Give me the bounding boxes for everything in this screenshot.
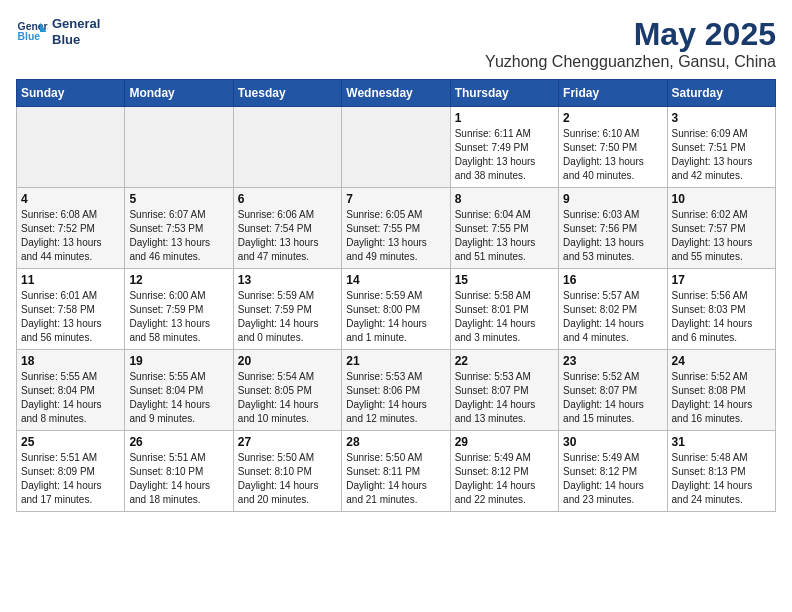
day-number: 12 xyxy=(129,273,228,287)
day-number: 13 xyxy=(238,273,337,287)
weekday-header-friday: Friday xyxy=(559,80,667,107)
logo-text-line2: Blue xyxy=(52,32,100,48)
calendar-cell xyxy=(342,107,450,188)
calendar-cell: 14Sunrise: 5:59 AM Sunset: 8:00 PM Dayli… xyxy=(342,269,450,350)
day-info: Sunrise: 6:08 AM Sunset: 7:52 PM Dayligh… xyxy=(21,208,120,264)
day-info: Sunrise: 6:05 AM Sunset: 7:55 PM Dayligh… xyxy=(346,208,445,264)
calendar-cell: 13Sunrise: 5:59 AM Sunset: 7:59 PM Dayli… xyxy=(233,269,341,350)
day-info: Sunrise: 6:01 AM Sunset: 7:58 PM Dayligh… xyxy=(21,289,120,345)
day-number: 26 xyxy=(129,435,228,449)
calendar-cell: 31Sunrise: 5:48 AM Sunset: 8:13 PM Dayli… xyxy=(667,431,775,512)
calendar-cell: 30Sunrise: 5:49 AM Sunset: 8:12 PM Dayli… xyxy=(559,431,667,512)
calendar-body: 1Sunrise: 6:11 AM Sunset: 7:49 PM Daylig… xyxy=(17,107,776,512)
day-number: 31 xyxy=(672,435,771,449)
calendar-cell: 27Sunrise: 5:50 AM Sunset: 8:10 PM Dayli… xyxy=(233,431,341,512)
day-info: Sunrise: 6:07 AM Sunset: 7:53 PM Dayligh… xyxy=(129,208,228,264)
day-info: Sunrise: 5:53 AM Sunset: 8:07 PM Dayligh… xyxy=(455,370,554,426)
main-title: May 2025 xyxy=(485,16,776,53)
calendar-cell xyxy=(125,107,233,188)
day-info: Sunrise: 5:52 AM Sunset: 8:08 PM Dayligh… xyxy=(672,370,771,426)
day-info: Sunrise: 5:53 AM Sunset: 8:06 PM Dayligh… xyxy=(346,370,445,426)
calendar-cell xyxy=(17,107,125,188)
calendar-cell: 21Sunrise: 5:53 AM Sunset: 8:06 PM Dayli… xyxy=(342,350,450,431)
svg-text:Blue: Blue xyxy=(18,31,41,42)
calendar-cell: 15Sunrise: 5:58 AM Sunset: 8:01 PM Dayli… xyxy=(450,269,558,350)
day-info: Sunrise: 5:48 AM Sunset: 8:13 PM Dayligh… xyxy=(672,451,771,507)
calendar-cell: 6Sunrise: 6:06 AM Sunset: 7:54 PM Daylig… xyxy=(233,188,341,269)
day-number: 5 xyxy=(129,192,228,206)
day-number: 11 xyxy=(21,273,120,287)
calendar-cell: 12Sunrise: 6:00 AM Sunset: 7:59 PM Dayli… xyxy=(125,269,233,350)
logo-text-line1: General xyxy=(52,16,100,32)
weekday-header-sunday: Sunday xyxy=(17,80,125,107)
calendar-cell xyxy=(233,107,341,188)
calendar-cell: 26Sunrise: 5:51 AM Sunset: 8:10 PM Dayli… xyxy=(125,431,233,512)
calendar-cell: 24Sunrise: 5:52 AM Sunset: 8:08 PM Dayli… xyxy=(667,350,775,431)
day-info: Sunrise: 6:09 AM Sunset: 7:51 PM Dayligh… xyxy=(672,127,771,183)
day-number: 23 xyxy=(563,354,662,368)
calendar-week-5: 25Sunrise: 5:51 AM Sunset: 8:09 PM Dayli… xyxy=(17,431,776,512)
calendar-cell: 18Sunrise: 5:55 AM Sunset: 8:04 PM Dayli… xyxy=(17,350,125,431)
day-number: 27 xyxy=(238,435,337,449)
weekday-header-row: SundayMondayTuesdayWednesdayThursdayFrid… xyxy=(17,80,776,107)
calendar-cell: 20Sunrise: 5:54 AM Sunset: 8:05 PM Dayli… xyxy=(233,350,341,431)
calendar-cell: 28Sunrise: 5:50 AM Sunset: 8:11 PM Dayli… xyxy=(342,431,450,512)
calendar-cell: 17Sunrise: 5:56 AM Sunset: 8:03 PM Dayli… xyxy=(667,269,775,350)
day-info: Sunrise: 5:51 AM Sunset: 8:10 PM Dayligh… xyxy=(129,451,228,507)
day-number: 10 xyxy=(672,192,771,206)
day-number: 2 xyxy=(563,111,662,125)
day-number: 7 xyxy=(346,192,445,206)
day-info: Sunrise: 6:03 AM Sunset: 7:56 PM Dayligh… xyxy=(563,208,662,264)
calendar-week-4: 18Sunrise: 5:55 AM Sunset: 8:04 PM Dayli… xyxy=(17,350,776,431)
calendar-cell: 19Sunrise: 5:55 AM Sunset: 8:04 PM Dayli… xyxy=(125,350,233,431)
day-number: 21 xyxy=(346,354,445,368)
day-number: 15 xyxy=(455,273,554,287)
day-number: 6 xyxy=(238,192,337,206)
day-number: 19 xyxy=(129,354,228,368)
calendar-cell: 29Sunrise: 5:49 AM Sunset: 8:12 PM Dayli… xyxy=(450,431,558,512)
calendar-cell: 3Sunrise: 6:09 AM Sunset: 7:51 PM Daylig… xyxy=(667,107,775,188)
day-info: Sunrise: 5:59 AM Sunset: 7:59 PM Dayligh… xyxy=(238,289,337,345)
day-info: Sunrise: 6:11 AM Sunset: 7:49 PM Dayligh… xyxy=(455,127,554,183)
day-number: 20 xyxy=(238,354,337,368)
day-number: 29 xyxy=(455,435,554,449)
day-info: Sunrise: 5:54 AM Sunset: 8:05 PM Dayligh… xyxy=(238,370,337,426)
day-info: Sunrise: 5:59 AM Sunset: 8:00 PM Dayligh… xyxy=(346,289,445,345)
day-info: Sunrise: 5:49 AM Sunset: 8:12 PM Dayligh… xyxy=(455,451,554,507)
calendar-cell: 23Sunrise: 5:52 AM Sunset: 8:07 PM Dayli… xyxy=(559,350,667,431)
day-info: Sunrise: 5:50 AM Sunset: 8:11 PM Dayligh… xyxy=(346,451,445,507)
day-info: Sunrise: 5:57 AM Sunset: 8:02 PM Dayligh… xyxy=(563,289,662,345)
calendar-cell: 22Sunrise: 5:53 AM Sunset: 8:07 PM Dayli… xyxy=(450,350,558,431)
weekday-header-tuesday: Tuesday xyxy=(233,80,341,107)
weekday-header-saturday: Saturday xyxy=(667,80,775,107)
day-info: Sunrise: 6:10 AM Sunset: 7:50 PM Dayligh… xyxy=(563,127,662,183)
calendar-cell: 1Sunrise: 6:11 AM Sunset: 7:49 PM Daylig… xyxy=(450,107,558,188)
day-number: 1 xyxy=(455,111,554,125)
calendar-cell: 9Sunrise: 6:03 AM Sunset: 7:56 PM Daylig… xyxy=(559,188,667,269)
day-number: 9 xyxy=(563,192,662,206)
day-info: Sunrise: 6:06 AM Sunset: 7:54 PM Dayligh… xyxy=(238,208,337,264)
calendar-cell: 8Sunrise: 6:04 AM Sunset: 7:55 PM Daylig… xyxy=(450,188,558,269)
calendar-cell: 10Sunrise: 6:02 AM Sunset: 7:57 PM Dayli… xyxy=(667,188,775,269)
weekday-header-thursday: Thursday xyxy=(450,80,558,107)
day-number: 16 xyxy=(563,273,662,287)
day-number: 17 xyxy=(672,273,771,287)
day-info: Sunrise: 5:55 AM Sunset: 8:04 PM Dayligh… xyxy=(21,370,120,426)
day-number: 18 xyxy=(21,354,120,368)
day-number: 8 xyxy=(455,192,554,206)
day-info: Sunrise: 5:50 AM Sunset: 8:10 PM Dayligh… xyxy=(238,451,337,507)
title-area: May 2025 Yuzhong Chengguanzhen, Gansu, C… xyxy=(485,16,776,71)
day-info: Sunrise: 5:51 AM Sunset: 8:09 PM Dayligh… xyxy=(21,451,120,507)
calendar-cell: 16Sunrise: 5:57 AM Sunset: 8:02 PM Dayli… xyxy=(559,269,667,350)
calendar-cell: 11Sunrise: 6:01 AM Sunset: 7:58 PM Dayli… xyxy=(17,269,125,350)
day-info: Sunrise: 5:49 AM Sunset: 8:12 PM Dayligh… xyxy=(563,451,662,507)
day-info: Sunrise: 5:52 AM Sunset: 8:07 PM Dayligh… xyxy=(563,370,662,426)
day-info: Sunrise: 6:00 AM Sunset: 7:59 PM Dayligh… xyxy=(129,289,228,345)
day-number: 30 xyxy=(563,435,662,449)
day-number: 22 xyxy=(455,354,554,368)
day-info: Sunrise: 5:56 AM Sunset: 8:03 PM Dayligh… xyxy=(672,289,771,345)
weekday-header-wednesday: Wednesday xyxy=(342,80,450,107)
calendar-cell: 25Sunrise: 5:51 AM Sunset: 8:09 PM Dayli… xyxy=(17,431,125,512)
calendar-cell: 2Sunrise: 6:10 AM Sunset: 7:50 PM Daylig… xyxy=(559,107,667,188)
day-info: Sunrise: 5:58 AM Sunset: 8:01 PM Dayligh… xyxy=(455,289,554,345)
